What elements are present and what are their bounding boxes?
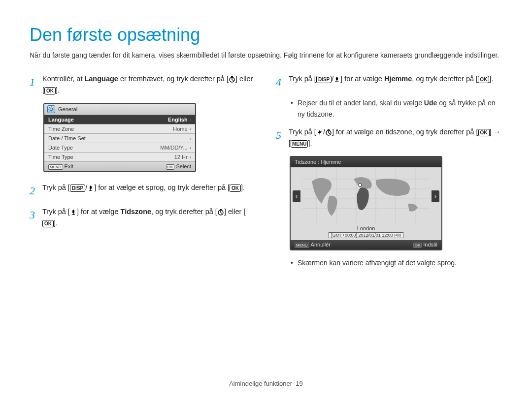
macro-icon <box>70 209 77 216</box>
step-2: 2 Tryk på [DISP/] for at vælge et sprog,… <box>30 182 256 199</box>
content-columns: 1 Kontrollér, at Language er fremhævet, … <box>30 73 502 275</box>
flash-icon <box>316 129 323 136</box>
step-1: 1 Kontrollér, at Language er fremhævet, … <box>30 73 256 96</box>
step-number: 3 <box>30 206 42 229</box>
menu-row-language: LanguageEnglish› <box>44 115 195 124</box>
menu-row-timezone: Time ZoneHome› <box>44 124 195 134</box>
lcd-header-text: General <box>58 106 77 112</box>
disp-icon: DISP <box>70 185 85 192</box>
page-footer: Almindelige funktioner 19 <box>0 380 532 387</box>
intro-text: Når du første gang tænder for dit kamera… <box>30 50 502 61</box>
timer-icon <box>229 76 235 83</box>
left-column: 1 Kontrollér, at Language er fremhævet, … <box>30 73 256 275</box>
ok-icon: OK <box>42 220 54 227</box>
step-text: Tryk på [] for at vælge Tidszone, og try… <box>42 206 256 229</box>
step-text: Tryk på [/] for at vælge en tidszone, og… <box>289 126 502 149</box>
menu-row-datetime: Date / Time Set› <box>44 134 195 143</box>
svg-point-22 <box>359 184 362 186</box>
step-4: 4 Tryk på [DISP/] for at vælge Hjemme, o… <box>276 73 502 91</box>
right-column: 4 Tryk på [DISP/] for at vælge Hjemme, o… <box>276 73 502 275</box>
lcd2-footer: MENUAnnullér OKIndstil <box>291 240 441 249</box>
world-map-graphic <box>302 169 430 223</box>
ok-tag-icon: OK <box>413 243 422 248</box>
camera-lcd-general: General LanguageEnglish› Time ZoneHome› … <box>43 103 196 172</box>
ok-icon: OK <box>44 87 56 94</box>
step-number: 2 <box>30 182 42 199</box>
lcd-footer: MENUExit OKSelect <box>44 162 195 171</box>
menu-tag-icon: MENU <box>48 164 63 170</box>
menu-tag-icon: MENU <box>295 243 309 248</box>
step-4-note: Rejser du til et andet land, skal du væl… <box>291 97 502 120</box>
lcd2-header: Tidszone : Hjemme <box>291 157 441 167</box>
timer-icon <box>325 129 332 136</box>
arrow-right-icon: › <box>432 190 439 202</box>
timer-icon <box>217 209 224 216</box>
ok-tag-icon: OK <box>166 164 175 170</box>
page-title: Den første opsætning <box>30 25 502 45</box>
step-number: 4 <box>276 73 289 91</box>
step-5-note: Skærmen kan variere afhængigt af det val… <box>291 257 502 268</box>
gear-icon <box>47 105 55 113</box>
ok-icon: OK <box>230 185 241 192</box>
step-5: 5 Tryk på [/] for at vælge en tidszone, … <box>276 126 502 149</box>
menu-row-datetype: Date TypeMM/DD/Y...› <box>44 143 195 153</box>
macro-icon <box>87 185 94 191</box>
ok-icon: OK <box>478 76 489 83</box>
timezone-city: London <box>291 225 441 232</box>
step-number: 5 <box>276 126 289 149</box>
step-text: Tryk på [DISP/] for at vælge Hjemme, og … <box>289 73 493 91</box>
step-3: 3 Tryk på [] for at vælge Tidszone, og t… <box>30 206 256 229</box>
timezone-gmt: [GMT+00:00] 2012/01/01 12:00 PM <box>291 232 441 240</box>
step-text: Kontrollér, at Language er fremhævet, og… <box>42 73 256 96</box>
macro-icon <box>333 76 340 83</box>
lcd-header: General <box>44 104 195 115</box>
world-map: ‹ <box>291 167 441 225</box>
camera-lcd-timezone: Tidszone : Hjemme ‹ <box>290 156 442 250</box>
ok-icon: OK <box>478 129 490 136</box>
step-number: 1 <box>30 73 42 96</box>
step-text: Tryk på [DISP/] for at vælge et sprog, o… <box>42 182 245 199</box>
arrow-left-icon: ‹ <box>293 190 300 202</box>
menu-icon: MENU <box>291 140 308 148</box>
menu-row-timetype: Time Type12 Hr› <box>44 153 195 162</box>
disp-icon: DISP <box>316 76 332 83</box>
lcd-menu-table: LanguageEnglish› Time ZoneHome› Date / T… <box>44 115 195 162</box>
